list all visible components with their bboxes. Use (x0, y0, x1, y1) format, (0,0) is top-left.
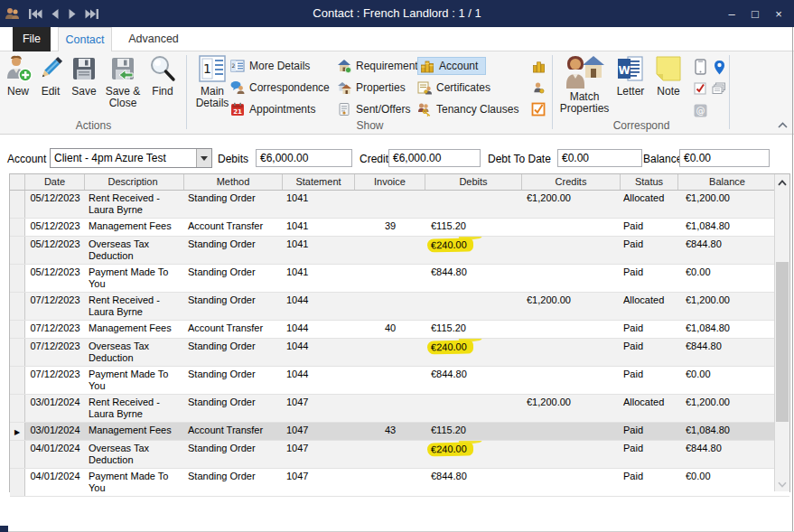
column-header-description[interactable]: Description (85, 174, 184, 190)
ribbon-group-show: 1 Main Details 2 More Details Correspond… (187, 51, 553, 134)
maximize-button[interactable]: □ (743, 0, 767, 27)
ribbon: New Edit Save Save & Close Find (0, 51, 794, 135)
email-at-button[interactable]: @ (691, 99, 709, 121)
ribbon-tabs: File Contact Advanced (0, 27, 794, 51)
account-label: Account (439, 60, 478, 72)
table-row[interactable]: 05/12/2023Payment Made To YouStanding Or… (10, 265, 789, 293)
requirements-button[interactable]: Requirements (337, 55, 420, 77)
correspond-group-label: Correspond (553, 119, 730, 132)
cell-debits: €844.80 (425, 367, 522, 394)
scrollbar-down-icon[interactable] (775, 478, 789, 490)
orange-checkbox-button[interactable] (528, 98, 548, 120)
row-selector[interactable] (10, 237, 25, 264)
properties-button[interactable]: Properties (337, 77, 420, 98)
table-row[interactable]: 07/12/2023Payment Made To YouStanding Or… (10, 367, 789, 395)
cell-description: Management Fees (85, 219, 184, 236)
column-header-status[interactable]: Status (621, 174, 678, 190)
minimize-button[interactable]: – (720, 0, 743, 27)
row-selector[interactable] (10, 321, 25, 338)
combo-dropdown-button[interactable] (196, 149, 211, 167)
table-row[interactable]: 07/12/2023Management FeesAccount Transfe… (10, 321, 789, 339)
cell-description: Overseas Tax Deduction (85, 339, 184, 366)
row-selector[interactable] (10, 293, 25, 320)
save-close-button[interactable]: Save & Close (101, 54, 145, 109)
vertical-scrollbar[interactable] (774, 174, 789, 491)
column-header-statement[interactable]: Statement (283, 174, 355, 190)
row-selector[interactable] (10, 219, 25, 236)
column-header-credits[interactable]: Credits (522, 174, 621, 190)
sent-offers-button[interactable]: Sent/Offers (337, 98, 420, 120)
table-row[interactable]: 04/01/2024Overseas Tax DeductionStanding… (10, 441, 789, 469)
account-quick-button[interactable] (528, 55, 548, 77)
tab-contact[interactable]: Contact (58, 27, 112, 51)
certificate-person-quick-button[interactable] (528, 77, 548, 98)
cell-credits: €1,200.00 (522, 293, 621, 320)
appointments-button[interactable]: 21 Appointments (230, 98, 335, 120)
cell-status: Paid (621, 321, 678, 338)
debits-field[interactable]: €6,000.00 (256, 149, 352, 167)
tab-advanced[interactable]: Advanced (119, 27, 188, 51)
map-pin-button[interactable] (710, 56, 728, 78)
account-button[interactable]: Account (417, 55, 528, 77)
balance-field[interactable]: €0.00 (679, 149, 770, 167)
cell-balance: €1,200.00 (678, 293, 776, 320)
find-button[interactable]: Find (145, 54, 181, 98)
column-header-date[interactable]: Date (25, 174, 85, 190)
yellow-highlight-mark: €240.00 (427, 340, 473, 354)
cell-date: 03/01/2024 (25, 395, 85, 422)
table-row[interactable]: 05/12/2023Rent Received - Laura ByrneSta… (10, 191, 789, 219)
row-selector[interactable] (10, 395, 25, 422)
table-row[interactable]: 04/01/2024Payment Made To YouStanding Or… (10, 469, 789, 497)
column-header-debits[interactable]: Debits (425, 174, 522, 190)
copy-pages-button[interactable] (710, 78, 728, 99)
table-row[interactable]: 03/01/2024Rent Received - Laura ByrneSta… (10, 395, 789, 423)
main-details-icon: 1 (197, 54, 228, 83)
row-selector[interactable] (10, 191, 25, 218)
save-button[interactable]: Save (67, 54, 101, 98)
debt-to-date-field[interactable]: €0.00 (557, 149, 642, 167)
table-row[interactable]: 05/12/2023Management FeesAccount Transfe… (10, 219, 789, 237)
row-selector[interactable] (10, 339, 25, 366)
close-button[interactable]: × (767, 0, 790, 27)
column-header-method[interactable]: Method (184, 174, 283, 190)
credits-field[interactable]: €6,000.00 (388, 149, 481, 167)
column-header-invoice[interactable]: Invoice (355, 174, 425, 190)
edit-button[interactable]: Edit (34, 54, 67, 98)
tenancy-clauses-label: Tenancy Clauses (436, 103, 518, 116)
tenancy-clauses-button[interactable]: Tenancy Clauses (417, 98, 528, 120)
collapse-ribbon-chevron-up-icon[interactable] (778, 122, 788, 128)
note-button[interactable]: Note (650, 54, 687, 98)
certificates-button[interactable]: Certificates (417, 77, 528, 98)
note-label: Note (657, 86, 679, 98)
requirements-icon (337, 59, 351, 73)
scrollbar-thumb[interactable] (776, 262, 789, 422)
account-select[interactable]: Client - 4pm Azure Test (50, 148, 212, 168)
cell-statement: 1041 (283, 219, 355, 236)
new-button[interactable]: New (2, 54, 34, 98)
table-row[interactable]: 07/12/2023Rent Received - Laura ByrneSta… (10, 293, 789, 321)
scrollbar-up-icon[interactable] (775, 175, 789, 190)
cell-credits (522, 237, 621, 264)
tab-file[interactable]: File (13, 27, 51, 51)
row-selector[interactable] (10, 367, 25, 394)
cell-status: Paid (621, 237, 678, 264)
cell-balance: €1,084.80 (678, 219, 776, 236)
match-properties-button[interactable]: Match Properties (558, 54, 611, 115)
cell-credits: €1,200.00 (522, 191, 621, 218)
table-row[interactable]: ▶03/01/2024Management FeesAccount Transf… (10, 423, 789, 441)
table-row[interactable]: 05/12/2023Overseas Tax DeductionStanding… (10, 237, 789, 265)
cell-balance: €1,200.00 (678, 191, 776, 218)
row-selector[interactable] (10, 265, 25, 292)
row-selector[interactable] (10, 469, 25, 496)
table-row[interactable]: 07/12/2023Overseas Tax DeductionStanding… (10, 339, 789, 367)
red-checkbox-button[interactable] (691, 78, 709, 99)
row-selector[interactable] (10, 441, 25, 468)
main-details-button[interactable]: 1 Main Details (192, 54, 232, 109)
current-row-arrow-icon[interactable]: ▶ (10, 423, 25, 440)
more-details-button[interactable]: 2 More Details (230, 55, 335, 77)
column-header-balance[interactable]: Balance (678, 174, 776, 190)
letter-button[interactable]: W Letter (611, 54, 650, 98)
correspondence-button[interactable]: Correspondence (230, 77, 335, 98)
letter-icon: W (616, 54, 645, 83)
mobile-phone-button[interactable] (691, 56, 709, 78)
